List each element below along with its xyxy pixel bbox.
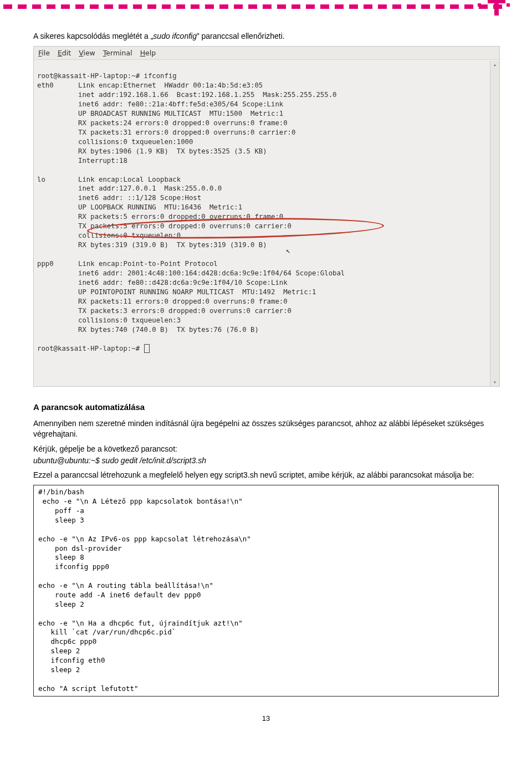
mouse-cursor-icon: ↖	[286, 246, 290, 256]
section-heading: A parancsok automatizálása	[33, 402, 499, 412]
ppp0-2: inet6 addr: fe80::d428:dc6a:9c9e:1f04/10…	[78, 279, 288, 286]
script-codebox: #!/bin/bash echo -e "\n A Létező ppp kap…	[33, 485, 499, 696]
intro-command: sudo ifconfig	[153, 32, 197, 40]
iface-ppp0-label: ppp0	[37, 260, 54, 268]
lo-5: TX packets:5 errors:0 dropped:0 overruns…	[78, 222, 291, 230]
iface-lo-label: lo	[37, 176, 45, 183]
scroll-down-icon[interactable]: ▾	[491, 378, 499, 386]
terminal-window: File Edit View Terminal Help ▴ ▾ root@ka…	[33, 46, 500, 387]
terminal-menubar: File Edit View Terminal Help	[34, 47, 499, 60]
auto-paragraph-2: Kérjük, gépelje be a következő parancsot…	[33, 444, 499, 454]
menu-terminal[interactable]: Terminal	[103, 49, 132, 57]
ppp0-5: TX packets:3 errors:0 dropped:0 overruns…	[78, 307, 291, 315]
ppp0-7: RX bytes:740 (740.0 B) TX bytes:76 (76.0…	[78, 326, 259, 334]
menu-view[interactable]: View	[79, 49, 95, 57]
lo-4: RX packets:5 errors:0 dropped:0 overruns…	[78, 213, 283, 221]
page-number: 13	[33, 714, 499, 723]
terminal-cursor-icon	[144, 344, 150, 353]
lo-7: RX bytes:319 (319.0 B) TX bytes:319 (319…	[78, 241, 267, 249]
lo-0: Link encap:Local Loopback	[78, 176, 181, 183]
menu-help[interactable]: Help	[140, 49, 156, 57]
terminal-output[interactable]: root@kassait-HP-laptop:~# ifconfig eth0 …	[34, 60, 499, 386]
eth0-1: inet addr:192.168.1.66 Bcast:192.168.1.2…	[78, 91, 336, 99]
intro-after: ” paranccsal ellenőrizheti.	[197, 32, 285, 40]
ppp0-1: inet6 addr: 2001:4c48:100:164:d428:dc6a:…	[78, 269, 345, 277]
eth0-0: Link encap:Ethernet HWaddr 00:1a:4b:5d:e…	[78, 81, 263, 89]
iface-eth0-label: eth0	[37, 81, 54, 89]
prompt-line-1: root@kassait-HP-laptop:~# ifconfig	[37, 72, 177, 80]
auto-command: ubuntu@ubuntu:~$ sudo gedit /etc/init.d/…	[33, 455, 499, 466]
menu-edit[interactable]: Edit	[58, 49, 71, 57]
eth0-6: collisions:0 txqueuelen:1000	[78, 138, 193, 146]
ppp0-4: RX packets:11 errors:0 dropped:0 overrun…	[78, 298, 288, 305]
brand-dashes	[0, 4, 532, 9]
lo-1: inet addr:127.0.0.1 Mask:255.0.0.0	[78, 185, 222, 192]
terminal-scrollbar[interactable]: ▴ ▾	[490, 61, 499, 386]
eth0-4: RX packets:24 errors:0 dropped:0 overrun…	[78, 119, 288, 127]
eth0-5: TX packets:31 errors:0 dropped:0 overrun…	[78, 129, 295, 136]
menu-file[interactable]: File	[38, 49, 50, 57]
ppp0-0: Link encap:Point-to-Point Protocol	[78, 260, 218, 268]
eth0-3: UP BROADCAST RUNNING MULTICAST MTU:1500 …	[78, 110, 283, 117]
brand-topbar	[0, 0, 532, 16]
eth0-7: RX bytes:1906 (1.9 KB) TX bytes:3525 (3.…	[78, 147, 267, 155]
intro-paragraph: A sikeres kapcsolódás meglétét a „sudo i…	[33, 31, 499, 42]
ppp0-3: UP POINTOPOINT RUNNING NOARP MULTICAST M…	[78, 288, 316, 296]
auto-paragraph-3: Ezzel a paranccsal létrehozunk a megfele…	[33, 470, 499, 480]
auto-paragraph-1: Amennyiben nem szeretné minden indításná…	[33, 418, 499, 439]
lo-6: collisions:0 txqueuelen:0	[78, 232, 181, 239]
telekom-logo-icon	[483, 0, 510, 25]
eth0-8: Interrupt:18	[78, 157, 127, 165]
ppp0-6: collisions:0 txqueuelen:3	[78, 316, 181, 324]
intro-before: A sikeres kapcsolódás meglétét a „	[33, 32, 153, 40]
lo-2: inet6 addr: ::1/128 Scope:Host	[78, 194, 201, 202]
prompt-line-2: root@kassait-HP-laptop:~#	[37, 345, 144, 352]
lo-3: UP LOOPBACK RUNNING MTU:16436 Metric:1	[78, 203, 242, 211]
eth0-2: inet6 addr: fe80::21a:4bff:fe5d:e305/64 …	[78, 100, 283, 108]
scroll-up-icon[interactable]: ▴	[491, 61, 499, 69]
